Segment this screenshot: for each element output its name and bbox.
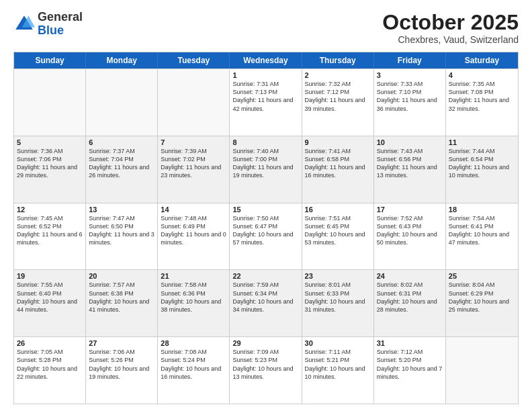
cell-info: Sunrise: 7:48 AM Sunset: 6:49 PM Dayligh… [161, 214, 226, 247]
location-subtitle: Chexbres, Vaud, Switzerland [382, 34, 519, 45]
cell-info: Sunrise: 7:55 AM Sunset: 6:40 PM Dayligh… [17, 281, 83, 314]
cell-info: Sunrise: 7:52 AM Sunset: 6:43 PM Dayligh… [377, 214, 443, 247]
cell-info: Sunrise: 7:51 AM Sunset: 6:45 PM Dayligh… [305, 214, 371, 247]
day-number: 28 [161, 339, 226, 347]
calendar-cell: 11Sunrise: 7:44 AM Sunset: 6:54 PM Dayli… [446, 136, 518, 203]
calendar-cell: 9Sunrise: 7:41 AM Sunset: 6:58 PM Daylig… [302, 136, 374, 203]
cell-info: Sunrise: 7:40 AM Sunset: 7:00 PM Dayligh… [232, 147, 298, 180]
calendar-cell [86, 69, 158, 136]
weekday-header-thursday: Thursday [302, 52, 374, 68]
calendar-cell [14, 69, 86, 136]
day-number: 3 [377, 71, 443, 79]
cell-info: Sunrise: 7:54 AM Sunset: 6:41 PM Dayligh… [449, 214, 515, 247]
day-number: 4 [449, 71, 515, 79]
cell-info: Sunrise: 7:39 AM Sunset: 7:02 PM Dayligh… [161, 147, 226, 180]
cell-info: Sunrise: 7:37 AM Sunset: 7:04 PM Dayligh… [89, 147, 154, 180]
calendar-cell: 26Sunrise: 7:05 AM Sunset: 5:28 PM Dayli… [14, 337, 86, 404]
calendar-cell: 8Sunrise: 7:40 AM Sunset: 7:00 PM Daylig… [230, 136, 302, 203]
day-number: 10 [377, 138, 443, 146]
day-number: 13 [89, 205, 154, 214]
day-number: 14 [161, 205, 226, 214]
day-number: 9 [305, 138, 371, 146]
cell-info: Sunrise: 7:57 AM Sunset: 6:38 PM Dayligh… [89, 281, 154, 314]
calendar-cell: 21Sunrise: 7:58 AM Sunset: 6:36 PM Dayli… [158, 270, 230, 336]
day-number: 17 [377, 205, 443, 214]
day-number: 2 [305, 71, 371, 79]
weekday-header-monday: Monday [86, 52, 158, 68]
calendar-cell: 7Sunrise: 7:39 AM Sunset: 7:02 PM Daylig… [158, 136, 230, 203]
weekday-header-tuesday: Tuesday [158, 52, 230, 68]
cell-info: Sunrise: 7:06 AM Sunset: 5:26 PM Dayligh… [89, 348, 154, 381]
calendar-week-3: 12Sunrise: 7:45 AM Sunset: 6:52 PM Dayli… [14, 203, 518, 270]
day-number: 12 [17, 205, 83, 214]
cell-info: Sunrise: 7:50 AM Sunset: 6:47 PM Dayligh… [232, 214, 298, 247]
day-number: 22 [232, 272, 298, 280]
calendar-cell: 3Sunrise: 7:33 AM Sunset: 7:10 PM Daylig… [374, 69, 446, 136]
calendar-cell: 25Sunrise: 8:04 AM Sunset: 6:29 PM Dayli… [446, 270, 518, 336]
day-number: 11 [449, 138, 515, 146]
cell-info: Sunrise: 7:31 AM Sunset: 7:13 PM Dayligh… [232, 80, 298, 113]
cell-info: Sunrise: 7:09 AM Sunset: 5:23 PM Dayligh… [232, 348, 298, 381]
day-number: 26 [17, 339, 83, 347]
calendar-cell: 10Sunrise: 7:43 AM Sunset: 6:56 PM Dayli… [374, 136, 446, 203]
day-number: 23 [305, 272, 371, 280]
calendar: SundayMondayTuesdayWednesdayThursdayFrid… [13, 52, 519, 404]
weekday-header-friday: Friday [374, 52, 446, 68]
header: General Blue October 2025 Chexbres, Vaud… [13, 11, 519, 45]
calendar-cell: 18Sunrise: 7:54 AM Sunset: 6:41 PM Dayli… [446, 203, 518, 270]
calendar-cell: 5Sunrise: 7:36 AM Sunset: 7:06 PM Daylig… [14, 136, 86, 203]
cell-info: Sunrise: 7:33 AM Sunset: 7:10 PM Dayligh… [377, 80, 443, 113]
logo-text: General Blue [38, 11, 83, 38]
calendar-body: 1Sunrise: 7:31 AM Sunset: 7:13 PM Daylig… [14, 68, 518, 404]
cell-info: Sunrise: 7:47 AM Sunset: 6:50 PM Dayligh… [89, 214, 154, 247]
cell-info: Sunrise: 7:36 AM Sunset: 7:06 PM Dayligh… [17, 147, 83, 180]
month-title: October 2025 [382, 11, 519, 34]
calendar-cell: 16Sunrise: 7:51 AM Sunset: 6:45 PM Dayli… [302, 203, 374, 270]
cell-info: Sunrise: 8:04 AM Sunset: 6:29 PM Dayligh… [449, 281, 515, 314]
weekday-header-sunday: Sunday [14, 52, 86, 68]
cell-info: Sunrise: 7:58 AM Sunset: 6:36 PM Dayligh… [161, 281, 226, 314]
day-number: 25 [449, 272, 515, 280]
logo-icon [13, 13, 35, 35]
weekday-header-wednesday: Wednesday [230, 52, 302, 68]
cell-info: Sunrise: 7:44 AM Sunset: 6:54 PM Dayligh… [449, 147, 515, 180]
day-number: 30 [305, 339, 371, 347]
day-number: 1 [232, 71, 298, 79]
calendar-cell: 2Sunrise: 7:32 AM Sunset: 7:12 PM Daylig… [302, 69, 374, 136]
calendar-cell: 19Sunrise: 7:55 AM Sunset: 6:40 PM Dayli… [14, 270, 86, 336]
day-number: 7 [161, 138, 226, 146]
logo: General Blue [13, 11, 83, 38]
cell-info: Sunrise: 8:01 AM Sunset: 6:33 PM Dayligh… [305, 281, 371, 314]
cell-info: Sunrise: 7:05 AM Sunset: 5:28 PM Dayligh… [17, 348, 83, 381]
calendar-cell: 27Sunrise: 7:06 AM Sunset: 5:26 PM Dayli… [86, 337, 158, 404]
day-number: 31 [377, 339, 443, 347]
cell-info: Sunrise: 7:35 AM Sunset: 7:08 PM Dayligh… [449, 80, 515, 113]
day-number: 21 [161, 272, 226, 280]
calendar-cell: 31Sunrise: 7:12 AM Sunset: 5:20 PM Dayli… [374, 337, 446, 404]
calendar-cell: 20Sunrise: 7:57 AM Sunset: 6:38 PM Dayli… [86, 270, 158, 336]
cell-info: Sunrise: 7:32 AM Sunset: 7:12 PM Dayligh… [305, 80, 371, 113]
calendar-cell: 22Sunrise: 7:59 AM Sunset: 6:34 PM Dayli… [230, 270, 302, 336]
calendar-cell: 4Sunrise: 7:35 AM Sunset: 7:08 PM Daylig… [446, 69, 518, 136]
calendar-week-4: 19Sunrise: 7:55 AM Sunset: 6:40 PM Dayli… [14, 269, 518, 336]
cell-info: Sunrise: 7:12 AM Sunset: 5:20 PM Dayligh… [377, 348, 443, 381]
day-number: 27 [89, 339, 154, 347]
cell-info: Sunrise: 7:41 AM Sunset: 6:58 PM Dayligh… [305, 147, 371, 180]
calendar-header-row: SundayMondayTuesdayWednesdayThursdayFrid… [14, 52, 518, 68]
calendar-cell: 28Sunrise: 7:08 AM Sunset: 5:24 PM Dayli… [158, 337, 230, 404]
calendar-cell [158, 69, 230, 136]
calendar-week-1: 1Sunrise: 7:31 AM Sunset: 7:13 PM Daylig… [14, 68, 518, 136]
day-number: 18 [449, 205, 515, 214]
calendar-cell: 12Sunrise: 7:45 AM Sunset: 6:52 PM Dayli… [14, 203, 86, 270]
cell-info: Sunrise: 8:02 AM Sunset: 6:31 PM Dayligh… [377, 281, 443, 314]
calendar-cell: 30Sunrise: 7:11 AM Sunset: 5:21 PM Dayli… [302, 337, 374, 404]
day-number: 6 [89, 138, 154, 146]
weekday-header-saturday: Saturday [446, 52, 518, 68]
calendar-cell [446, 337, 518, 404]
cell-info: Sunrise: 7:08 AM Sunset: 5:24 PM Dayligh… [161, 348, 226, 381]
cell-info: Sunrise: 7:43 AM Sunset: 6:56 PM Dayligh… [377, 147, 443, 180]
cell-info: Sunrise: 7:59 AM Sunset: 6:34 PM Dayligh… [232, 281, 298, 314]
cell-info: Sunrise: 7:45 AM Sunset: 6:52 PM Dayligh… [17, 214, 83, 247]
calendar-cell: 6Sunrise: 7:37 AM Sunset: 7:04 PM Daylig… [86, 136, 158, 203]
calendar-cell: 23Sunrise: 8:01 AM Sunset: 6:33 PM Dayli… [302, 270, 374, 336]
